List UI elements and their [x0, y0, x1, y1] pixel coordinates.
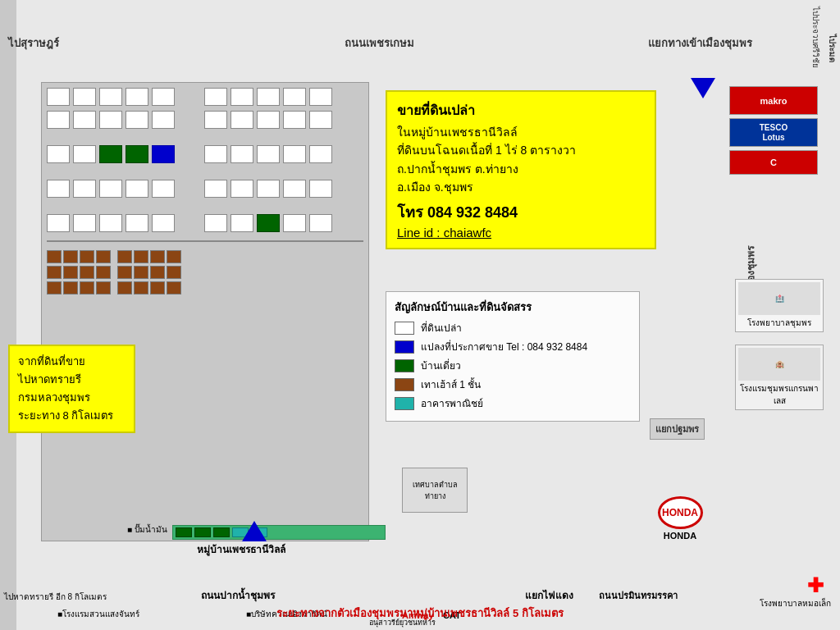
hotel-image: 🏨	[738, 348, 820, 381]
pump-label: ■ ปั๊มน้ำมัน	[127, 523, 167, 536]
hospital-image: 🏥	[738, 282, 820, 315]
sub-block-brown	[150, 281, 165, 294]
store-red: C	[729, 150, 818, 175]
road-bottom-right-junction: แยกไฟแดง	[525, 587, 573, 603]
house-cell	[73, 145, 96, 163]
house-cell	[283, 145, 306, 163]
store-makro: makro	[729, 86, 818, 115]
tesco-bottom: Lotus	[762, 133, 784, 143]
house-cell	[47, 180, 70, 198]
legend-color-white	[395, 322, 414, 335]
house-cell	[231, 180, 253, 198]
tesbaan-box: เทศบาลตำบลท่ายาง	[402, 468, 468, 513]
road-far-right	[0, 0, 16, 630]
sub-block-brown	[63, 266, 78, 279]
house-cell	[257, 88, 280, 106]
info-line5: อ.เมือง จ.ชุมพร	[397, 178, 645, 196]
sub-block-brown	[117, 250, 132, 263]
left-info-line2: ไปหาดทรายรี	[18, 371, 126, 389]
house-cell	[126, 111, 148, 129]
house-cell	[283, 111, 306, 129]
legend-item-blue: แปลงที่ประกาศขาย Tel : 084 932 8484	[395, 339, 631, 354]
sub-block-brown	[117, 281, 132, 294]
sub-block-brown	[96, 281, 111, 294]
legend-label-brown: เทาเฮ้าส์ 1 ชั้น	[421, 377, 481, 392]
legend-label-blue: แปลงที่ประกาศขาย Tel : 084 932 8484	[421, 339, 587, 354]
arrow-up-icon	[242, 521, 267, 541]
info-box: ขายที่ดินเปล่า ในหมู่บ้านเพชรธานีวิลล์ ท…	[386, 90, 656, 249]
info-line2: ในหมู่บ้านเพชรธานีวิลล์	[397, 123, 645, 141]
prajuab-label: ไปประจวบศรีวิชัย	[810, 7, 822, 68]
left-info-line4: ระยะทาง 8 กิโลเมตร	[18, 407, 126, 425]
sub-block-brown	[47, 281, 62, 294]
stores-panel: makro TESCO Lotus C	[729, 86, 824, 178]
house-cell-green	[126, 145, 148, 163]
info-line-id: Line id : chaiawfc	[397, 226, 645, 240]
house-cell	[126, 88, 148, 106]
house-cell	[257, 145, 280, 163]
legend-color-teal	[395, 397, 414, 410]
house-cell	[309, 111, 332, 129]
legend-label-teal: อาคารพาณิชย์	[421, 395, 483, 411]
legend-item-teal: อาคารพาณิชย์	[395, 395, 631, 411]
house-cell	[178, 111, 201, 129]
house-cell	[178, 214, 201, 232]
house-cell	[204, 214, 227, 232]
legend-color-blue	[395, 340, 414, 354]
house-cell-blue	[152, 145, 175, 163]
sub-block-brown	[134, 281, 148, 294]
hotel-label: โรงแรมชุมพรแกรนพาเลส	[738, 382, 820, 407]
sub-block-brown	[47, 250, 62, 263]
house-cell	[99, 88, 122, 106]
house-cell	[73, 180, 96, 198]
legend-item-empty: ที่ดินเปล่า	[395, 320, 631, 336]
house-cell	[257, 180, 280, 198]
house-cell	[73, 111, 96, 129]
legend-color-green	[395, 359, 414, 372]
house-cell	[204, 111, 227, 129]
house-cell-green	[257, 214, 280, 232]
sub-block-brown	[80, 250, 94, 263]
honda-logo: HONDA HONDA	[651, 496, 709, 541]
sub-block-brown	[150, 266, 165, 279]
road-top-label: ถนนเพชรเกษม	[345, 34, 414, 52]
info-title: ขายที่ดินเปล่า	[397, 100, 645, 121]
legend-title: สัญลักษณ์บ้านและที่ดินจัดสรร	[395, 299, 631, 316]
info-phone: โทร 084 932 8484	[397, 200, 645, 224]
sub-block-brown	[167, 281, 181, 294]
house-cell	[178, 180, 201, 198]
legend-box: สัญลักษณ์บ้านและที่ดินจัดสรร ที่ดินเปล่า…	[386, 291, 640, 422]
road-right-top-label: แยกทางเข้าเมืองชุมพร	[648, 34, 752, 52]
sub-block-brown	[134, 266, 148, 279]
house-cell	[204, 88, 227, 106]
map-container: ถนนเพชรเกษม ไปสุราษฎร์ แยกทางเข้าเมืองชุ…	[0, 0, 840, 630]
moo-ban-label: หมู่บ้านเพชรธานีวิลล์	[197, 541, 285, 557]
hotel-right: 🏨 โรงแรมชุมพรแกรนพาเลส	[735, 345, 824, 410]
arrow-down-icon	[691, 78, 715, 98]
house-cell	[257, 111, 280, 129]
tesbaan-label: เทศบาลตำบลท่ายาง	[403, 479, 467, 502]
main-plot	[41, 82, 369, 541]
house-cell	[152, 111, 175, 129]
green-road	[172, 525, 386, 540]
house-cell	[73, 88, 96, 106]
honda-label: HONDA	[651, 531, 709, 541]
info-line3: ที่ดินบนโฉนดเนื้อที่ 1 ไร่ 8 ตารางวา	[397, 141, 645, 159]
road-bottom-far-right: ถนนปรมินทรมรรคา	[599, 588, 678, 603]
road-left-top-label: ไปสุราษฎร์	[8, 34, 59, 52]
house-cell	[231, 214, 253, 232]
sub-block-brown	[80, 281, 94, 294]
house-cell	[152, 180, 175, 198]
sub-block-brown	[117, 266, 132, 279]
house-cell	[204, 145, 227, 163]
tesco-top: TESCO	[760, 123, 788, 133]
house-cell	[152, 214, 175, 232]
house-cell	[231, 88, 253, 106]
house-cell	[178, 145, 201, 163]
sub-block-brown	[63, 250, 78, 263]
house-cell	[47, 145, 70, 163]
info-line4: ถ.ปากน้ำชุมพร ต.ท่ายาง	[397, 160, 645, 178]
house-cell	[309, 180, 332, 198]
legend-item-brown: เทาเฮ้าส์ 1 ชั้น	[395, 377, 631, 392]
legend-color-brown	[395, 378, 414, 391]
